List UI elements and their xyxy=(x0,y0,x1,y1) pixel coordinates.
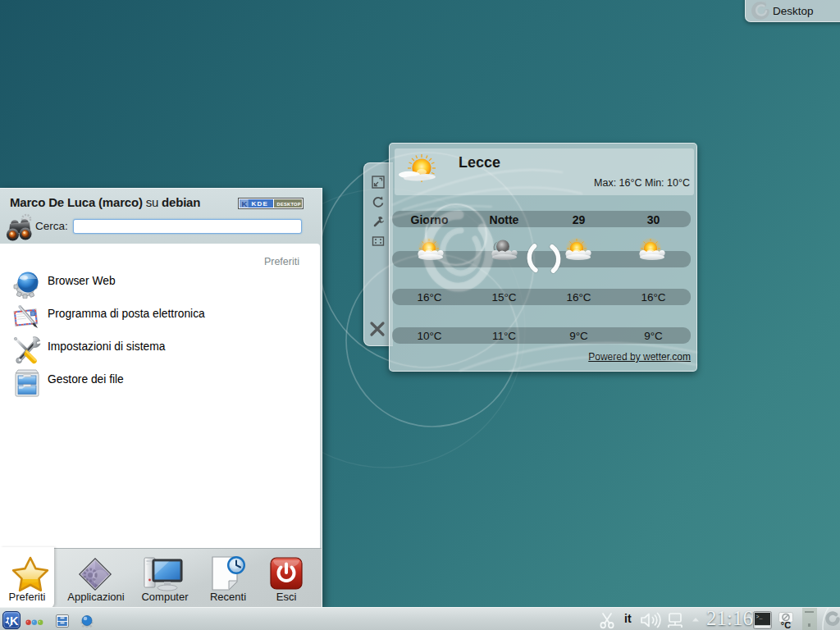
svg-text:DESKTOP: DESKTOP xyxy=(277,202,301,207)
svg-text:KDE: KDE xyxy=(252,200,269,208)
svg-text:K: K xyxy=(10,614,19,628)
svg-text:K: K xyxy=(242,199,248,208)
svg-text:>_: >_ xyxy=(756,614,763,620)
